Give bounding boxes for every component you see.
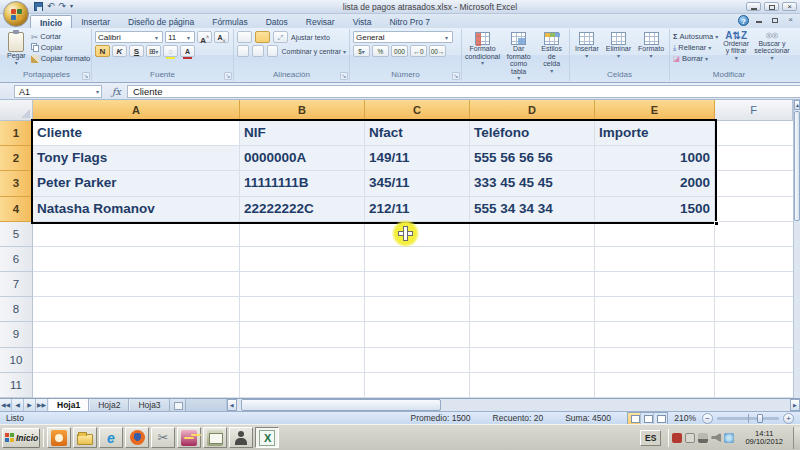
- media-app-icon[interactable]: [47, 427, 71, 448]
- thousands-format-button[interactable]: 000: [391, 45, 408, 57]
- sheet-tab-hoja3[interactable]: Hoja3: [129, 399, 169, 411]
- tray-clipboard-icon[interactable]: [685, 433, 695, 443]
- row-header-2[interactable]: 2: [0, 146, 33, 171]
- align-middle-icon[interactable]: [255, 31, 270, 43]
- cell-a1[interactable]: Cliente: [33, 121, 240, 146]
- fill-handle[interactable]: [714, 221, 719, 226]
- cell-b4[interactable]: 22222222C: [240, 197, 365, 222]
- cell-a4[interactable]: Natasha Romanov: [33, 197, 240, 222]
- row-header-8[interactable]: 8: [0, 297, 33, 322]
- number-dialog-launcher-icon[interactable]: ↘: [452, 72, 460, 80]
- column-header-a[interactable]: A: [33, 100, 240, 121]
- shrink-font-button[interactable]: A˅: [214, 31, 229, 43]
- zoom-in-button[interactable]: +: [783, 413, 794, 424]
- page-break-view-button[interactable]: [654, 413, 667, 424]
- align-center-icon[interactable]: [252, 45, 264, 57]
- zoom-level[interactable]: 210%: [674, 413, 702, 423]
- cut-button[interactable]: ✂ Cortar: [31, 31, 91, 42]
- formula-input[interactable]: Cliente: [127, 85, 800, 98]
- qat-customize-icon[interactable]: ▾: [70, 1, 73, 12]
- column-header-f[interactable]: F: [715, 100, 793, 121]
- orientation-icon[interactable]: ⤢: [273, 31, 288, 43]
- row-header-7[interactable]: 7: [0, 272, 33, 297]
- excel-taskbar-button[interactable]: [255, 427, 279, 448]
- scroll-up-icon[interactable]: ▲: [794, 100, 800, 110]
- font-color-button[interactable]: A: [180, 45, 195, 57]
- tab-datos[interactable]: Datos: [257, 15, 297, 28]
- workbook-restore-button[interactable]: [768, 16, 781, 25]
- office-button[interactable]: [3, 1, 29, 27]
- taskbar-clock[interactable]: 14:11 09/10/2012: [739, 430, 789, 446]
- align-left-icon[interactable]: [237, 45, 249, 57]
- underline-button[interactable]: S: [129, 45, 144, 57]
- format-cells-button[interactable]: Formato ▾: [636, 31, 666, 70]
- undo-icon[interactable]: ↶: [47, 1, 55, 12]
- vertical-scroll-thumb[interactable]: [794, 111, 800, 221]
- tab-inicio[interactable]: Inicio: [30, 15, 72, 28]
- font-dialog-launcher-icon[interactable]: ↘: [224, 72, 232, 80]
- selected-range[interactable]: Cliente NIF Nfact Teléfono Importe Tony …: [33, 121, 715, 222]
- page-layout-view-button[interactable]: [641, 413, 654, 424]
- format-painter-button[interactable]: Copiar formato: [31, 53, 91, 64]
- row-header-4[interactable]: 4: [0, 197, 33, 222]
- cell-c1[interactable]: Nfact: [365, 121, 470, 146]
- select-all-corner[interactable]: [0, 100, 33, 121]
- column-header-c[interactable]: C: [365, 100, 470, 121]
- grow-font-button[interactable]: A˄: [197, 31, 212, 43]
- messenger-icon[interactable]: [229, 427, 253, 448]
- vertical-scrollbar[interactable]: ▲: [793, 100, 800, 398]
- folder-icon[interactable]: [73, 427, 97, 448]
- last-sheet-icon[interactable]: ▶▶: [36, 399, 48, 411]
- horizontal-scrollbar[interactable]: ◀ ▶: [226, 399, 800, 411]
- row-header-1[interactable]: 1: [0, 121, 33, 146]
- tab-revisar[interactable]: Revisar: [297, 15, 344, 28]
- row-header-6[interactable]: 6: [0, 247, 33, 272]
- row-header-11[interactable]: 11: [0, 373, 33, 398]
- internet-explorer-icon[interactable]: e: [99, 427, 123, 448]
- close-button[interactable]: ×: [782, 2, 797, 11]
- tab-nitro[interactable]: Nitro Pro 7: [380, 15, 439, 28]
- zoom-slider[interactable]: [717, 417, 779, 420]
- row-header-10[interactable]: 10: [0, 348, 33, 373]
- minimize-button[interactable]: [746, 2, 761, 11]
- fill-button[interactable]: ⤓ Rellenar▾: [673, 42, 718, 53]
- cell-b2[interactable]: 0000000A: [240, 146, 365, 171]
- fill-color-button[interactable]: ◌: [163, 45, 178, 57]
- borders-button[interactable]: ⊞▾: [146, 45, 161, 57]
- start-button[interactable]: Inicio: [2, 428, 40, 448]
- cell-a2[interactable]: Tony Flags: [33, 146, 240, 171]
- insert-function-icon[interactable]: ƒx: [102, 86, 127, 97]
- sheet-tab-hoja2[interactable]: Hoja2: [89, 399, 129, 411]
- language-indicator[interactable]: ES: [640, 430, 661, 446]
- delete-cells-button[interactable]: Eliminar ▾: [604, 31, 633, 70]
- wrap-text-button[interactable]: Ajustar texto: [291, 32, 330, 43]
- cell-d1[interactable]: Teléfono: [470, 121, 595, 146]
- name-box[interactable]: A1 ▾: [14, 85, 102, 98]
- cell-d2[interactable]: 555 56 56 56: [470, 146, 595, 171]
- save-icon[interactable]: [34, 2, 43, 11]
- prev-sheet-icon[interactable]: ◀: [12, 399, 24, 411]
- cell-b1[interactable]: NIF: [240, 121, 365, 146]
- find-select-button[interactable]: ⌾⌾ Buscar y seleccionar ▾: [754, 31, 790, 70]
- clear-button[interactable]: ◪ Borrar▾: [673, 53, 718, 64]
- cell-d4[interactable]: 555 34 34 34: [470, 197, 595, 222]
- scroll-left-icon[interactable]: ◀: [227, 399, 237, 411]
- tray-network-icon[interactable]: [698, 433, 708, 443]
- tab-insertar[interactable]: Insertar: [72, 15, 119, 28]
- tab-vista[interactable]: Vista: [344, 15, 381, 28]
- bold-button[interactable]: N: [95, 45, 110, 57]
- tools-icon[interactable]: ✂: [151, 427, 175, 448]
- tray-volume-icon[interactable]: [711, 433, 721, 443]
- tab-formulas[interactable]: Fórmulas: [203, 15, 256, 28]
- font-family-select[interactable]: Calibri▾: [95, 31, 163, 43]
- cell-b3[interactable]: 11111111B: [240, 171, 365, 196]
- cell-styles-button[interactable]: Estilos de celda ▾: [537, 31, 566, 84]
- first-sheet-icon[interactable]: ◀◀: [0, 399, 12, 411]
- conditional-formatting-button[interactable]: Formato condicional ▾: [465, 31, 500, 84]
- align-right-icon[interactable]: [267, 45, 279, 57]
- align-top-icon[interactable]: [237, 31, 252, 43]
- cell-e2[interactable]: 1000: [595, 146, 715, 171]
- decrease-decimal-button[interactable]: 00→: [429, 45, 446, 57]
- cell-e4[interactable]: 1500: [595, 197, 715, 222]
- row-header-9[interactable]: 9: [0, 322, 33, 347]
